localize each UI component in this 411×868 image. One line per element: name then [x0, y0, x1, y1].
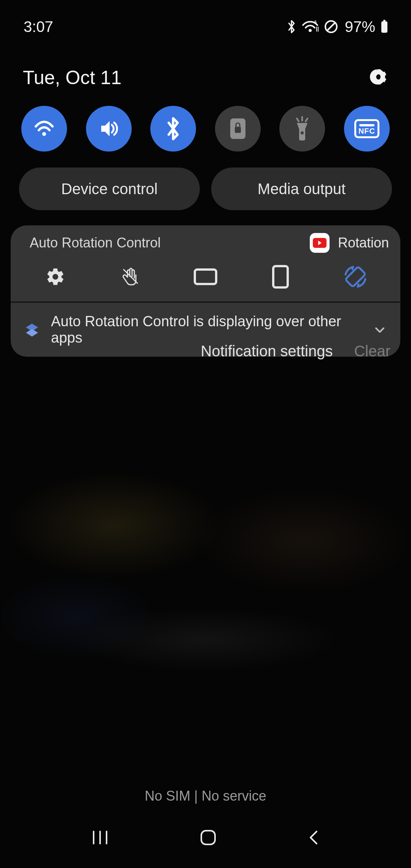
notification-card[interactable]: Auto Rotation Control Rotation — [11, 225, 400, 357]
clear-button[interactable]: Clear — [354, 343, 390, 360]
home-icon — [199, 828, 217, 847]
status-time: 3:07 — [24, 18, 53, 35]
bluetooth-icon — [286, 19, 297, 34]
toggle-rotation-lock[interactable] — [215, 106, 261, 152]
toggle-nfc[interactable]: NFC — [344, 106, 390, 152]
svg-text:6: 6 — [314, 20, 317, 24]
recents-icon — [91, 829, 110, 846]
svg-rect-23 — [201, 831, 215, 844]
notification-controls — [11, 257, 400, 302]
qs-date[interactable]: Tue, Oct 11 — [23, 67, 121, 89]
device-control-button[interactable]: Device control — [19, 168, 200, 210]
qs-toggle-row: NFC — [21, 106, 390, 152]
toggle-bluetooth[interactable] — [150, 106, 196, 152]
status-right-icons: 6 97% — [286, 18, 389, 35]
wifi-icon — [32, 116, 56, 141]
carrier-status: No SIM | No service — [0, 788, 411, 804]
svg-point-0 — [309, 29, 312, 32]
speaker-icon — [97, 116, 121, 141]
svg-rect-11 — [235, 127, 241, 133]
do-not-disturb-icon — [323, 19, 339, 34]
notification-right-label: Rotation — [338, 235, 389, 251]
qs-pill-row: Device control Media output — [19, 168, 392, 210]
auto-rotate-icon — [342, 264, 368, 290]
notification-shade: 3:07 6 97% — [0, 0, 411, 868]
rotation-notouch-button[interactable] — [117, 263, 144, 290]
nfc-icon: NFC — [354, 119, 379, 138]
media-output-button[interactable]: Media output — [211, 168, 392, 210]
gear-icon — [370, 68, 388, 86]
rotation-settings-button[interactable] — [42, 263, 69, 290]
status-bar: 3:07 6 97% — [0, 0, 411, 53]
svg-rect-4 — [381, 21, 387, 33]
layers-icon — [24, 321, 40, 338]
rotation-auto-button[interactable] — [342, 263, 369, 290]
hand-off-icon — [121, 266, 140, 288]
svg-line-13 — [297, 118, 299, 121]
navigation-bar — [0, 815, 411, 868]
gear-icon — [46, 267, 65, 287]
svg-rect-5 — [383, 20, 386, 22]
rotation-portrait-button[interactable] — [267, 263, 294, 290]
bluetooth-icon — [164, 115, 183, 142]
battery-percent: 97% — [345, 18, 375, 35]
notification-header-right: Rotation — [310, 233, 389, 253]
svg-point-9 — [42, 132, 46, 136]
wifi-icon: 6 — [301, 19, 319, 34]
nfc-label: NFC — [358, 127, 375, 135]
svg-line-3 — [327, 22, 335, 31]
flashlight-icon — [292, 116, 313, 141]
back-icon — [307, 828, 320, 847]
svg-point-15 — [301, 131, 304, 134]
lock-icon — [228, 116, 248, 141]
nav-back-button[interactable] — [307, 828, 320, 847]
toggle-sound[interactable] — [86, 106, 132, 152]
youtube-icon — [310, 233, 330, 253]
battery-icon — [380, 19, 389, 34]
svg-line-14 — [306, 118, 307, 121]
notification-overlay-text: Auto Rotation Control is displaying over… — [51, 313, 362, 346]
toggle-wifi[interactable] — [21, 106, 67, 152]
qs-header: Tue, Oct 11 — [23, 67, 388, 89]
rotation-landscape-button[interactable] — [192, 263, 219, 290]
svg-rect-18 — [273, 266, 288, 287]
portrait-icon — [272, 265, 289, 289]
notification-header: Auto Rotation Control Rotation — [11, 225, 400, 257]
notification-settings-button[interactable]: Notification settings — [201, 343, 333, 360]
notification-footer: Notification settings Clear — [201, 343, 390, 360]
chevron-down-icon[interactable] — [372, 322, 387, 337]
notification-app-title: Auto Rotation Control — [30, 235, 161, 251]
landscape-icon — [193, 268, 218, 286]
svg-rect-17 — [195, 270, 216, 284]
toggle-flashlight[interactable] — [279, 106, 325, 152]
nav-home-button[interactable] — [199, 828, 217, 847]
nav-recents-button[interactable] — [91, 829, 110, 846]
settings-button[interactable] — [368, 68, 388, 88]
